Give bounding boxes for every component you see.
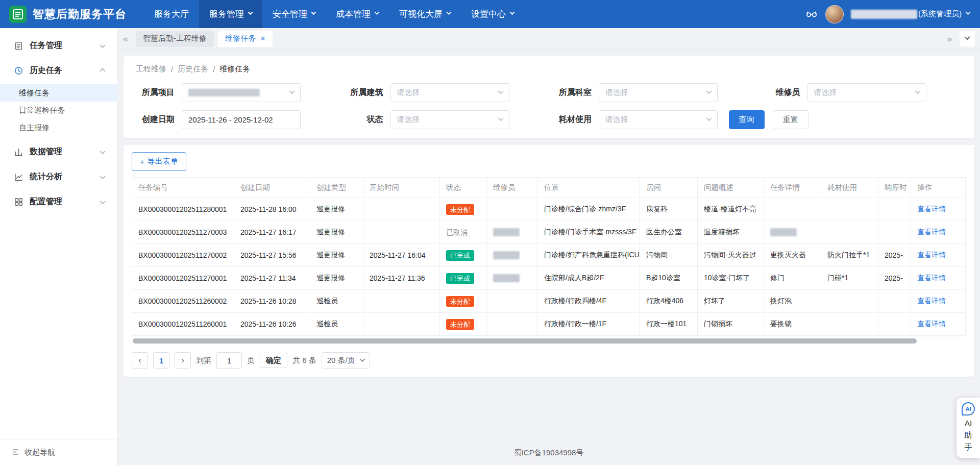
nav-label: 服务大厅 <box>154 8 189 20</box>
sidebar-item-self-report[interactable]: 自主报修 <box>0 119 117 136</box>
chevron-down-icon <box>359 356 365 361</box>
page-number-1[interactable]: 1 <box>153 352 169 369</box>
sidebar-group-label: 历史任务 <box>30 65 101 76</box>
total-count: 共 6 条 <box>292 356 316 365</box>
breadcrumb-separator: / <box>171 65 173 74</box>
breadcrumb-separator: / <box>213 65 215 74</box>
ai-assistant-button[interactable]: AI AI 助 手 <box>957 398 980 458</box>
tabs-scroll-left-icon[interactable]: « <box>119 33 132 44</box>
cell-action: 查看详情 <box>911 198 966 221</box>
sidebar-item-label: 自主报修 <box>19 123 50 133</box>
chevron-down-icon <box>100 148 105 154</box>
nav-safety-mgmt[interactable]: 安全管理 <box>262 0 326 28</box>
app-title: 智慧后勤服务平台 <box>33 7 127 22</box>
reset-button[interactable]: 重置 <box>773 110 808 129</box>
cell-material <box>821 198 878 221</box>
project-select[interactable] <box>182 83 301 102</box>
sidebar-item-repair-tasks[interactable]: 维修任务 <box>0 84 117 102</box>
cell-detail <box>764 198 821 221</box>
cell-status: 未分配 <box>440 290 487 313</box>
sidebar-item-daily-inspection[interactable]: 日常巡检任务 <box>0 102 117 119</box>
status-select[interactable]: 请选择 <box>390 110 509 129</box>
grid-icon <box>13 197 23 207</box>
next-page-button[interactable]: › <box>175 352 191 369</box>
tab-engineering-repair[interactable]: 智慧后勤-工程维修 <box>136 31 214 47</box>
nav-cost-mgmt[interactable]: 成本管理 <box>326 0 389 28</box>
breadcrumb-item[interactable]: 历史任务 <box>178 64 208 74</box>
field-label: 创建日期 <box>132 114 175 125</box>
tabs-scroll-right-icon[interactable]: » <box>943 33 955 44</box>
cell-room: B超10诊室 <box>640 267 698 290</box>
date-range-input[interactable]: 2025-11-26 - 2025-12-02 <box>182 110 301 129</box>
export-form-button[interactable]: + 导出表单 <box>132 152 186 171</box>
breadcrumb-item[interactable]: 工程维修 <box>136 64 166 74</box>
cell-room: 医生办公室 <box>640 221 698 244</box>
chevron-down-icon <box>706 88 712 94</box>
view-detail-link[interactable]: 查看详情 <box>917 320 946 329</box>
worker-select[interactable]: 请选择 <box>807 83 926 102</box>
col-header: 任务详情 <box>764 178 821 198</box>
glasses-icon[interactable] <box>805 7 818 22</box>
nav-service-hall[interactable]: 服务大厅 <box>144 0 199 28</box>
user-menu[interactable]: (系统管理员) <box>851 9 970 19</box>
status-badge: 未分配 <box>446 319 474 330</box>
search-button[interactable]: 查询 <box>729 110 765 129</box>
select-placeholder: 请选择 <box>814 88 916 97</box>
chevron-down-icon <box>100 173 105 179</box>
view-detail-link[interactable]: 查看详情 <box>917 205 946 214</box>
sidebar-group-task-mgmt[interactable]: 任务管理 <box>0 33 117 58</box>
tab-repair-tasks[interactable]: 维修任务 × <box>218 31 273 47</box>
scrollbar-thumb[interactable] <box>133 338 917 344</box>
nav-dashboard[interactable]: 可视化大屏 <box>389 0 461 28</box>
avatar[interactable] <box>825 5 844 23</box>
cell-location: 门诊楼/综合门诊-zhmz/3F <box>538 198 640 221</box>
cell-response <box>878 313 911 336</box>
building-select[interactable]: 请选择 <box>390 83 509 102</box>
sidebar-group-history-tasks[interactable]: 历史任务 <box>0 58 117 83</box>
cell-created: 2025-11-27 11:34 <box>234 267 310 290</box>
col-header: 位置 <box>538 178 640 198</box>
goto-page-input[interactable] <box>216 352 242 369</box>
cell-start <box>363 290 440 313</box>
select-placeholder: 请选择 <box>605 88 707 97</box>
nav-settings[interactable]: 设置中心 <box>461 0 524 28</box>
confirm-button[interactable]: 确定 <box>260 353 287 368</box>
cell-material: 防火门拉手*1 <box>821 244 878 267</box>
ai-label-line: 助 <box>965 430 972 440</box>
cell-start <box>363 313 440 336</box>
cell-type: 巡检员 <box>310 290 363 313</box>
sidebar-group-config[interactable]: 配置管理 <box>0 189 117 214</box>
icp-footer: 蜀ICP备19034998号 <box>124 441 974 465</box>
prev-page-button[interactable]: ‹ <box>132 352 148 369</box>
chevron-down-icon <box>966 10 971 15</box>
cell-task-id: BX00030001202511260002 <box>132 290 234 313</box>
cell-type: 巡更报修 <box>310 267 363 290</box>
department-select[interactable]: 请选择 <box>599 83 718 102</box>
top-bar: 智慧后勤服务平台 服务大厅 服务管理 安全管理 成本管理 可视化大屏 设置中心 … <box>0 0 980 28</box>
sidebar-group-data-mgmt[interactable]: 数据管理 <box>0 139 117 164</box>
view-detail-link[interactable]: 查看详情 <box>917 297 946 306</box>
material-select[interactable]: 请选择 <box>599 110 718 129</box>
cell-summary: 楼道-楼道灯不亮 <box>698 198 764 221</box>
select-placeholder: 请选择 <box>397 88 499 97</box>
status-badge: 已取消 <box>446 229 468 236</box>
nav-service-mgmt[interactable]: 服务管理 <box>199 0 262 28</box>
chevron-down-icon <box>248 10 253 15</box>
sidebar-group-stats[interactable]: 统计分析 <box>0 164 117 189</box>
cell-created: 2025-11-27 15:56 <box>234 244 310 267</box>
tabs-menu-button[interactable] <box>960 31 975 46</box>
view-detail-link[interactable]: 查看详情 <box>917 251 946 260</box>
cell-material <box>821 313 878 336</box>
view-detail-link[interactable]: 查看详情 <box>917 228 946 237</box>
col-header: 耗材使用 <box>821 178 878 198</box>
status-badge: 未分配 <box>446 296 474 307</box>
cell-room: 污物间 <box>640 244 698 267</box>
collapse-nav-button[interactable]: 收起导航 <box>0 439 117 465</box>
chevron-down-icon <box>447 10 452 15</box>
page-size-select[interactable]: 20 条/页 <box>322 352 370 369</box>
close-icon[interactable]: × <box>260 34 265 43</box>
view-detail-link[interactable]: 查看详情 <box>917 274 946 283</box>
field-label: 所属科室 <box>549 87 592 98</box>
sidebar-item-label: 日常巡检任务 <box>19 106 65 115</box>
cell-worker <box>487 244 538 267</box>
